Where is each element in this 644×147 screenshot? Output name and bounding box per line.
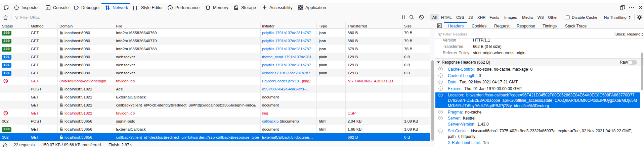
svg-text:{ }: { }	[133, 5, 137, 10]
